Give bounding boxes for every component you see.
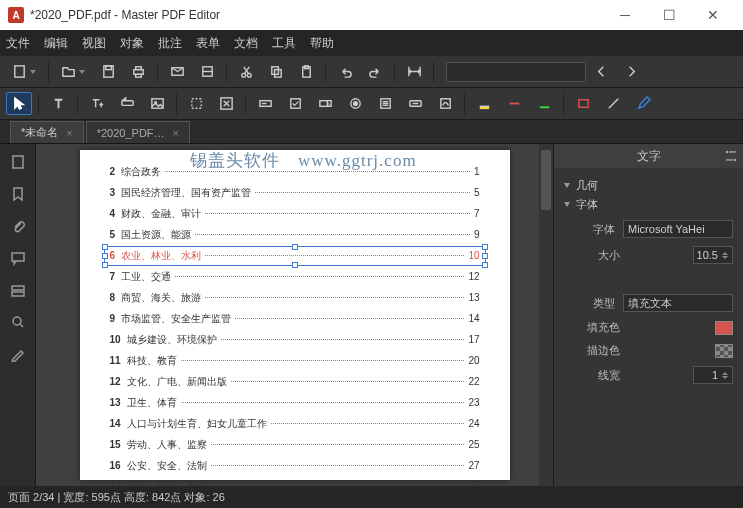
- maximize-button[interactable]: ☐: [647, 0, 691, 30]
- window-title: *2020_PDF.pdf - Master PDF Editor: [30, 8, 603, 22]
- close-button[interactable]: ✕: [691, 0, 735, 30]
- toc-row[interactable]: 6农业、林业、水利10: [110, 249, 480, 263]
- minimize-button[interactable]: ─: [603, 0, 647, 30]
- text-tool[interactable]: [45, 92, 71, 115]
- cut-button[interactable]: [233, 60, 259, 83]
- svg-point-9: [247, 73, 251, 77]
- select-rect-tool[interactable]: [183, 92, 209, 115]
- email-button[interactable]: [164, 60, 190, 83]
- toc-row[interactable]: 11科技、教育20: [110, 354, 480, 368]
- svg-point-8: [241, 73, 245, 77]
- svg-rect-4: [135, 67, 141, 70]
- search-input[interactable]: [455, 66, 593, 78]
- scan-button[interactable]: [194, 60, 220, 83]
- toc-row[interactable]: 7工业、交通12: [110, 270, 480, 284]
- save-button[interactable]: [95, 60, 121, 83]
- menu-file[interactable]: 文件: [6, 35, 30, 52]
- fields-button[interactable]: [6, 278, 30, 302]
- svg-point-38: [734, 159, 736, 161]
- panel-toggle-icon[interactable]: [725, 149, 737, 163]
- toc-row[interactable]: 14人口与计划生育、妇女儿童工作24: [110, 417, 480, 431]
- redo-button[interactable]: [362, 60, 388, 83]
- section-font[interactable]: 字体: [564, 197, 733, 212]
- svg-rect-2: [105, 66, 111, 70]
- pointer-tool[interactable]: [6, 92, 32, 115]
- copy-button[interactable]: [263, 60, 289, 83]
- rect-annot-tool[interactable]: [570, 92, 596, 115]
- thumbnails-button[interactable]: [6, 150, 30, 174]
- form-button-tool[interactable]: [402, 92, 428, 115]
- underline-tool[interactable]: [531, 92, 557, 115]
- svg-rect-30: [13, 156, 23, 168]
- search-next-button[interactable]: [618, 60, 644, 83]
- form-combo-tool[interactable]: [312, 92, 338, 115]
- vertical-scrollbar[interactable]: [539, 144, 553, 486]
- highlight-tool[interactable]: [471, 92, 497, 115]
- size-input[interactable]: 10.5: [693, 246, 733, 264]
- search-prev-button[interactable]: [588, 60, 614, 83]
- stroke-color-swatch[interactable]: [715, 344, 733, 358]
- menu-comment[interactable]: 批注: [158, 35, 182, 52]
- toc-row[interactable]: 4财政、金融、审计7: [110, 207, 480, 221]
- document-area[interactable]: 2综合政务13国民经济管理、国有资产监管54财政、金融、审计75国土资源、能源9…: [36, 144, 553, 486]
- selection-box[interactable]: [104, 246, 486, 266]
- toc-row[interactable]: 9市场监管、安全生产监管14: [110, 312, 480, 326]
- svg-rect-32: [12, 286, 24, 290]
- image-tool[interactable]: [144, 92, 170, 115]
- bookmarks-button[interactable]: [6, 182, 30, 206]
- comments-button[interactable]: [6, 246, 30, 270]
- pencil-tool[interactable]: [630, 92, 656, 115]
- toc-row[interactable]: 8商贸、海关、旅游13: [110, 291, 480, 305]
- menu-document[interactable]: 文档: [234, 35, 258, 52]
- open-button[interactable]: [55, 60, 91, 83]
- tab-document[interactable]: *2020_PDF…×: [86, 121, 190, 143]
- toc-row[interactable]: 12文化、广电、新闻出版22: [110, 375, 480, 389]
- attachments-button[interactable]: [6, 214, 30, 238]
- fit-tool[interactable]: [213, 92, 239, 115]
- menu-object[interactable]: 对象: [120, 35, 144, 52]
- type-input[interactable]: [623, 294, 733, 312]
- menu-tool[interactable]: 工具: [272, 35, 296, 52]
- sign-panel-button[interactable]: [6, 342, 30, 366]
- link-tool[interactable]: [114, 92, 140, 115]
- new-button[interactable]: [6, 60, 42, 83]
- paste-button[interactable]: [293, 60, 319, 83]
- svg-rect-22: [319, 101, 330, 107]
- toc-row[interactable]: 5国土资源、能源9: [110, 228, 480, 242]
- search-box[interactable]: [446, 62, 586, 82]
- search-panel-button[interactable]: [6, 310, 30, 334]
- form-check-tool[interactable]: [282, 92, 308, 115]
- linewidth-input[interactable]: 1: [693, 366, 733, 384]
- toc-row[interactable]: 10城乡建设、环境保护17: [110, 333, 480, 347]
- menu-form[interactable]: 表单: [196, 35, 220, 52]
- fit-width-button[interactable]: [401, 60, 427, 83]
- print-button[interactable]: [125, 60, 151, 83]
- fill-color-swatch[interactable]: [715, 321, 733, 335]
- form-sign-tool[interactable]: [432, 92, 458, 115]
- toc-row[interactable]: 17民政、扶贫、救灾28: [110, 480, 480, 486]
- form-text-tool[interactable]: [252, 92, 278, 115]
- font-input[interactable]: [623, 220, 733, 238]
- svg-rect-36: [729, 151, 736, 152]
- toc-row[interactable]: 15劳动、人事、监察25: [110, 438, 480, 452]
- addtext-tool[interactable]: [84, 92, 110, 115]
- line-annot-tool[interactable]: [600, 92, 626, 115]
- toc-row[interactable]: 2综合政务1: [110, 165, 480, 179]
- form-list-tool[interactable]: [372, 92, 398, 115]
- strikeout-tool[interactable]: [501, 92, 527, 115]
- form-radio-tool[interactable]: [342, 92, 368, 115]
- tab-unnamed[interactable]: *未命名×: [10, 121, 84, 143]
- menu-edit[interactable]: 编辑: [44, 35, 68, 52]
- undo-button[interactable]: [332, 60, 358, 83]
- toc-row[interactable]: 13卫生、体育23: [110, 396, 480, 410]
- menu-help[interactable]: 帮助: [310, 35, 334, 52]
- close-tab-icon[interactable]: ×: [173, 127, 179, 139]
- close-tab-icon[interactable]: ×: [66, 127, 72, 139]
- toc-row[interactable]: 16公安、安全、法制27: [110, 459, 480, 473]
- svg-rect-33: [12, 292, 24, 296]
- svg-rect-15: [121, 101, 132, 106]
- toc-row[interactable]: 3国民经济管理、国有资产监管5: [110, 186, 480, 200]
- section-geometry[interactable]: 几何: [564, 178, 733, 193]
- svg-rect-16: [151, 99, 162, 108]
- menu-view[interactable]: 视图: [82, 35, 106, 52]
